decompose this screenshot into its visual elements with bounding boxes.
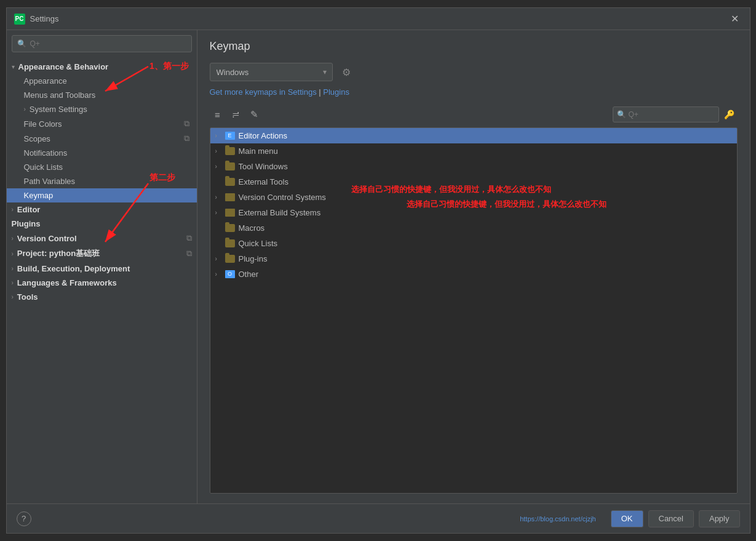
folder-icon [225,255,235,263]
tree-item-macros[interactable]: Macros [210,220,737,236]
tree-item-quick-lists[interactable]: Quick Lists [210,236,737,251]
sidebar-item-keymap[interactable]: Keymap [7,188,197,202]
item-label: File Colors [24,119,62,129]
sidebar-item-project-python[interactable]: › Project: python基础班 ⧉ [7,246,197,262]
copy-icon: ⧉ [184,134,189,143]
sidebar-item-languages[interactable]: › Languages & Frameworks [7,276,197,290]
sidebar-item-tools[interactable]: › Tools [7,290,197,304]
tree-item-vcs[interactable]: › Version Control Systems [210,190,737,205]
tree-arrow: › [215,163,223,170]
help-button[interactable]: ? [17,511,31,526]
tree-item-label: Other [239,270,259,279]
page-title: Keymap [210,40,738,53]
sidebar-item-menus-toolbars[interactable]: Menus and Toolbars [7,88,197,102]
sidebar-search-icon: 🔍 [17,39,26,48]
tree-search-box[interactable]: 🔍 [613,106,719,122]
window-title: Settings [30,14,727,23]
copy-icon: ⧉ [186,233,192,243]
cancel-button[interactable]: Cancel [648,510,694,527]
item-label: Path Variables [24,177,76,186]
arrow-icon: › [12,235,14,242]
arrow-icon: › [12,250,14,257]
keymap-tree: › E Editor Actions › Main menu › Tool Wi… [210,127,738,494]
sidebar-item-build-execution[interactable]: › Build, Execution, Deployment [7,262,197,276]
find-action-button[interactable]: 🔑 [722,106,738,122]
tree-item-label: Plug-ins [239,254,268,263]
tree-item-external-tools[interactable]: External Tools [210,174,737,190]
sidebar-item-editor[interactable]: › Editor [7,202,197,217]
settings-dialog: PC Settings ✕ 🔍 ▾ Appearance & Behavior … [6,7,750,534]
tree-item-plugins[interactable]: › Plug-ins [210,251,737,266]
tree-arrow: › [215,271,223,278]
editor-actions-icon: E [225,132,235,140]
expand-all-button[interactable]: ≡ [210,106,226,122]
tree-item-label: Version Control Systems [239,193,326,202]
folder-icon [225,147,235,155]
main-content: Keymap Windows macOS Linux Eclipse NetBe… [197,30,750,503]
dialog-body: 🔍 ▾ Appearance & Behavior Appearance Men… [7,30,750,503]
sidebar-search-box[interactable]: 🔍 [12,35,192,52]
section-title: Editor [17,205,41,214]
tree-arrow: › [215,194,223,201]
sidebar-item-system-settings[interactable]: › System Settings [7,102,197,116]
sidebar-item-file-colors[interactable]: File Colors ⧉ [7,116,197,131]
get-more-link[interactable]: Get more keymaps in Settings [210,87,317,97]
tree-item-label: Editor Actions [239,131,288,140]
tree-item-main-menu[interactable]: › Main menu [210,143,737,159]
section-title: Build, Execution, Deployment [17,264,130,273]
tree-item-other[interactable]: › O Other [210,266,737,282]
sidebar-item-notifications[interactable]: Notifications [7,146,197,160]
keymap-dropdown[interactable]: Windows macOS Linux Eclipse NetBeans Vis… [210,63,333,81]
apply-button[interactable]: Apply [699,510,740,527]
arrow-icon: › [24,106,26,113]
arrow-icon: › [12,279,14,286]
tree-arrow: › [215,132,223,139]
tree-arrow: › [215,209,223,216]
tree-search-input[interactable] [629,110,715,119]
folder-icon [225,162,235,170]
sidebar-item-path-variables[interactable]: Path Variables [7,174,197,188]
tree-item-label: Tool Windows [239,162,288,171]
item-label: Appearance [24,76,67,86]
link-row: Get more keymaps in Settings | Plugins [210,87,738,97]
folder-icon [225,178,235,186]
sidebar-item-scopes[interactable]: Scopes ⧉ [7,131,197,146]
footer-url[interactable]: https://blog.csdn.net/cjzjh [520,515,596,523]
sidebar-nav: ▾ Appearance & Behavior Appearance Menus… [7,57,197,503]
sidebar-search-input[interactable] [30,39,186,48]
section-title: Languages & Frameworks [17,278,117,287]
item-label: Menus and Toolbars [24,90,96,100]
sidebar-item-plugins[interactable]: Plugins [7,217,197,231]
item-label: Keymap [24,191,54,200]
tree-search-icon: 🔍 [617,110,626,119]
gear-button[interactable]: ⚙ [338,63,355,81]
collapse-all-button[interactable]: ≓ [228,106,244,122]
section-title: Project: python基础班 [17,248,100,259]
item-label: Quick Lists [24,162,63,172]
ok-button[interactable]: OK [611,510,643,527]
tree-item-editor-actions[interactable]: › E Editor Actions [210,128,737,143]
tree-item-tool-windows[interactable]: › Tool Windows [210,159,737,174]
app-icon: PC [14,14,25,25]
item-label: System Settings [30,105,87,114]
link-separator: | [319,87,320,97]
folder-icon [225,239,235,247]
item-label: Notifications [24,148,68,158]
item-label: Plugins [12,219,41,228]
sidebar-item-appearance[interactable]: Appearance [7,74,197,88]
plugins-link[interactable]: Plugins [323,87,349,97]
sidebar-item-quick-lists[interactable]: Quick Lists [7,160,197,174]
close-button[interactable]: ✕ [727,12,742,26]
sidebar: 🔍 ▾ Appearance & Behavior Appearance Men… [7,30,197,503]
tree-item-label: Main menu [239,146,278,156]
toolbar-row: ≡ ≓ ✎ 🔍 🔑 [210,106,738,122]
edit-shortcut-button[interactable]: ✎ [247,106,263,122]
sidebar-item-version-control[interactable]: › Version Control ⧉ [7,231,197,246]
sidebar-item-appearance-behavior[interactable]: ▾ Appearance & Behavior [7,60,197,74]
arrow-icon: › [12,265,14,272]
section-title: Version Control [17,234,77,243]
keymap-selector-row: Windows macOS Linux Eclipse NetBeans Vis… [210,63,738,81]
dialog-footer: ? https://blog.csdn.net/cjzjh OK Cancel … [7,503,750,533]
folder-icon [225,224,235,232]
tree-item-external-build[interactable]: › External Build Systems [210,205,737,220]
